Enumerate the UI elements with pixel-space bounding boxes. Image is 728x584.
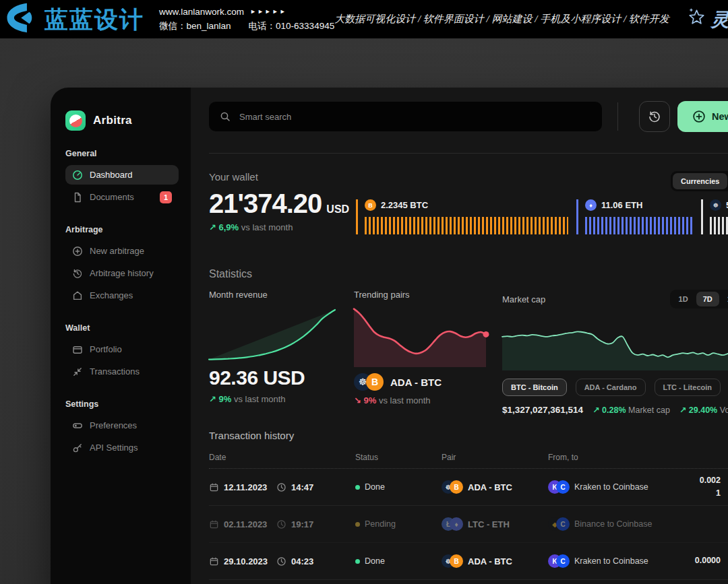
main-content: New arbitrage Your wallet 21'374.20 USD … [191,88,728,584]
new-arbitrage-label: New arbitrage [712,111,728,122]
tx-amount: 0.0021 [700,474,721,500]
wallet-title: Your wallet [209,171,728,183]
sidebar-item-new-arbitrage[interactable]: New arbitrage [65,241,179,261]
sidebar-item-transactions[interactable]: Transactions [65,362,179,381]
pair-pill-btc[interactable]: BTC - Bitcoin [502,379,567,396]
tx-pair: ☸BADA - BTC [442,480,548,494]
sidebar-item-api-settings[interactable]: API Settings [65,438,179,457]
search-field[interactable] [238,111,591,123]
tx-status: Done [355,482,442,492]
month-revenue-change: ↗ 9% vs last month [209,394,337,404]
transaction-history-section: Transaction history Date Status Pair Fro… [209,430,728,580]
up-arrow-icon: ↗ [209,222,216,232]
sidebar-nav: GeneralDashboardDocuments1ArbitrageNew a… [65,149,179,457]
coin-icon-pair: KC [548,554,570,568]
range-7d[interactable]: 7D [696,292,719,306]
month-revenue-label: Month revenue [209,290,337,300]
preferences-icon [72,420,83,431]
sidebar-item-documents[interactable]: Documents1 [65,187,179,207]
trending-pairs-chart [354,305,486,367]
holding-header: ♦11.06 ETH [585,199,701,211]
coinbase-coin-icon: C [556,480,570,494]
tx-time: 19:17 [276,519,355,529]
plus-icon [72,246,83,257]
sidebar-section-label: Settings [65,399,179,409]
pair-pill-ada[interactable]: ADA - Cardano [576,379,646,396]
wallet-toggle-currencies[interactable]: Currencies [673,173,727,189]
transactions-icon [72,366,83,377]
holding-ada: ☸5732.61 ADA [701,199,728,234]
lanlan-logo-icon [5,3,39,36]
star-icon [687,7,706,32]
btc-coin-icon: B [365,199,376,211]
up-arrow-icon: ↗ [593,405,599,415]
sidebar-section-label: General [65,149,179,158]
sidebar-item-label: Preferences [90,420,137,430]
sidebar-item-label: Arbitrage history [90,268,154,278]
sidebar: Arbitra GeneralDashboardDocuments1Arbitr… [51,88,191,584]
status-dot [355,485,360,490]
calendar-icon [209,482,219,492]
search-icon [220,111,231,122]
statistics-title: Statistics [209,268,728,280]
coin-icon-pair: KC [548,480,570,494]
sidebar-item-label: API Settings [90,443,138,453]
market-cap-label: Market cap [502,294,545,304]
coin-icon-pair: Ł♦ [442,517,463,531]
month-revenue-chart [209,308,335,362]
market-cap-chart [502,315,728,370]
tx-time: 14:47 [276,482,355,492]
sidebar-item-dashboard[interactable]: Dashboard [65,165,179,185]
transaction-row[interactable]: 12.11.202314:47Done☸BADA - BTCKCKraken t… [209,469,728,506]
holding-amount: 11.06 ETH [601,200,642,210]
up-arrow-icon: ↗ [679,405,686,415]
search-input[interactable] [209,102,602,131]
app-brand: Arbitra [65,110,179,131]
transaction-table-header: Date Status Pair From, to [209,453,728,469]
topbar: New arbitrage [209,101,728,132]
transaction-row[interactable]: 02.11.202319:17PendingŁ♦LTC - ETH◆CBinan… [209,506,728,543]
promo-banner: 蓝蓝设计 www.lanlanwork.com ►►►►► 微信：ben_lan… [0,0,728,38]
range-1m[interactable]: 1M [721,292,728,306]
collect-label: 灵感收集 [711,7,728,32]
transaction-row[interactable]: 29.10.202304:23Done☸BADA - BTCKCKraken t… [209,543,728,580]
sidebar-item-portfolio[interactable]: Portfolio [65,339,179,359]
range-toggle: 1D7D1M [670,290,728,309]
market-pair-pills: BTC - BitcoinADA - CardanoLTC - Litecoin… [502,379,728,396]
sidebar-section-label: Wallet [65,323,179,333]
new-arbitrage-button[interactable]: New arbitrage [677,101,728,132]
coin-icon-pair: ◆C [548,517,570,531]
coin-icon-pair: ☸B [442,554,463,568]
month-revenue-card: Month revenue 92.36 USD ↗ 9% vs last mon… [209,290,337,415]
col-status: Status [355,453,442,462]
calendar-icon [209,519,219,529]
sidebar-item-preferences[interactable]: Preferences [65,416,179,435]
wallet-amount: 21'374.20 [209,189,322,219]
banner-wechat: 微信：ben_lanlan [159,20,231,32]
range-1d[interactable]: 1D [672,292,695,306]
exchange-icon [72,290,83,301]
pair-pill-ltc[interactable]: LTC - Litecoin [655,379,721,396]
dashboard-icon [72,170,83,181]
banner-contact: www.lanlanwork.com ►►►►► 微信：ben_lanlan 电… [159,7,334,32]
pair-coin-icons: ☸B [354,373,384,391]
banner-website[interactable]: www.lanlanwork.com [159,7,244,17]
wallet-section: Your wallet 21'374.20 USD ↗ 6,9% vs last… [209,171,728,256]
history-icon [72,268,83,279]
clock-icon [276,519,286,529]
document-icon [72,192,83,203]
holding-bar-ticks [710,217,728,234]
status-dot [355,559,360,564]
sidebar-section: GeneralDashboardDocuments1 [65,149,179,207]
eth-coin-icon: ♦ [585,199,597,211]
sidebar-item-label: Portfolio [90,344,122,354]
notification-badge: 1 [160,191,172,203]
sidebar-item-arbitrage-history[interactable]: Arbitrage history [65,263,179,283]
btc-coin-icon: B [366,373,384,391]
wallet-holdings: B2.2345 BTC♦11.06 ETH☸5732.61 ADA [356,199,728,234]
tx-date: 29.10.2023 [209,556,276,566]
history-button[interactable] [639,101,670,132]
inspiration-collect[interactable]: 灵感收集 [687,7,728,32]
sidebar-item-exchanges[interactable]: Exchanges [65,286,179,305]
wallet-view-toggle: CurrenciesExchanges [671,171,728,191]
